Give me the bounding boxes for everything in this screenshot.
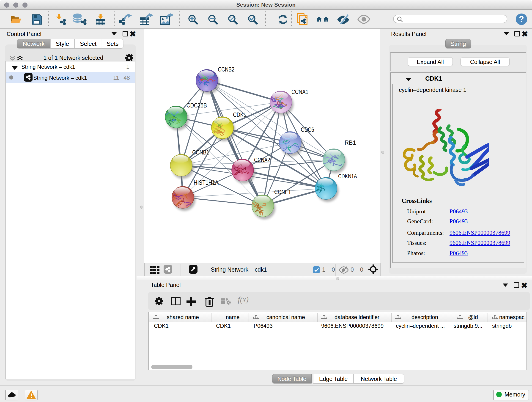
svg-text:CDC6: CDC6 bbox=[301, 126, 314, 133]
svg-text:CDKN1A: CDKN1A bbox=[338, 172, 357, 180]
svg-text:RB1: RB1 bbox=[345, 139, 356, 146]
svg-text:CCNA2: CCNA2 bbox=[254, 156, 270, 163]
svg-text:HIST1H1A: HIST1H1A bbox=[194, 179, 219, 186]
svg-text:CCNE1: CCNE1 bbox=[274, 188, 291, 196]
svg-text:CCNB2: CCNB2 bbox=[218, 66, 234, 73]
svg-text:CDK1: CDK1 bbox=[233, 111, 246, 118]
svg-text:CDC25B: CDC25B bbox=[186, 102, 207, 109]
svg-text:CCNB1: CCNB1 bbox=[192, 149, 209, 156]
svg-text:?: ? bbox=[519, 14, 524, 24]
svg-text:CCNA1: CCNA1 bbox=[291, 88, 308, 95]
